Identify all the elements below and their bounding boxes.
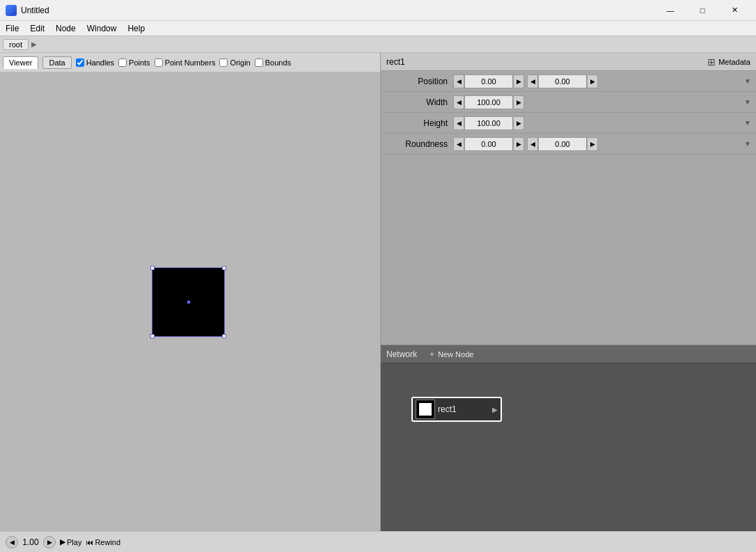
roundness-x-group: ◀ ▶ — [453, 137, 524, 151]
rect-center-dot — [187, 301, 190, 303]
width-label: Width — [384, 97, 453, 107]
position-x-inc[interactable]: ▶ — [513, 74, 524, 88]
position-y-dec[interactable]: ◀ — [527, 74, 538, 88]
menu-window[interactable]: Window — [81, 22, 123, 35]
menu-edit[interactable]: Edit — [24, 22, 50, 35]
position-x-input[interactable] — [464, 74, 513, 88]
bottombar: ◀ 1.00 ▶ ▶ Play ⏮ Rewind — [0, 531, 756, 552]
height-expand[interactable]: ▼ — [742, 118, 753, 129]
height-inc[interactable]: ▶ — [513, 116, 524, 130]
width-expand[interactable]: ▼ — [742, 97, 753, 108]
point-numbers-check[interactable]: Point Numbers — [155, 58, 216, 67]
properties-body: Position ◀ ▶ ◀ ▶ ▼ — [381, 71, 756, 345]
height-dec[interactable]: ◀ — [453, 116, 464, 130]
position-label: Position — [384, 77, 453, 86]
handles-checkbox[interactable] — [76, 58, 84, 67]
network-canvas[interactable]: rect1 ▶ — [381, 363, 756, 531]
handles-check[interactable]: Handles — [76, 58, 114, 67]
metadata-icon: ⊞ — [707, 56, 716, 68]
maximize-button[interactable]: □ — [686, 0, 718, 21]
menu-help[interactable]: Help — [122, 22, 150, 35]
position-expand[interactable]: ▼ — [742, 76, 753, 87]
window-controls: — □ ✕ — [654, 0, 750, 21]
bounds-check[interactable]: Bounds — [255, 58, 291, 67]
app-title: Untitled — [21, 6, 654, 15]
point-numbers-checkbox[interactable] — [155, 58, 163, 67]
width-input[interactable] — [464, 95, 513, 109]
speed-inc-button[interactable]: ▶ — [43, 536, 56, 549]
rewind-button[interactable]: ⏮ Rewind — [86, 538, 120, 546]
height-fields: ◀ ▶ — [453, 116, 742, 130]
speed-dec-button[interactable]: ◀ — [6, 536, 18, 549]
properties-panel: rect1 ⊞ Metadata Position ◀ ▶ — [381, 53, 756, 345]
width-row: Width ◀ ▶ ▼ — [381, 92, 756, 113]
roundness-fields: ◀ ▶ ◀ ▶ — [453, 137, 742, 151]
width-inc[interactable]: ▶ — [513, 95, 524, 109]
menu-node[interactable]: Node — [50, 22, 81, 35]
titlebar: Untitled — □ ✕ — [0, 0, 756, 21]
roundness-x-input[interactable] — [464, 137, 513, 151]
position-x-dec[interactable]: ◀ — [453, 74, 464, 88]
minimize-button[interactable]: — — [654, 0, 686, 21]
roundness-x-inc[interactable]: ▶ — [513, 137, 524, 151]
height-group: ◀ ▶ — [453, 116, 524, 130]
network-node-label: rect1 — [438, 404, 489, 414]
speed-control: ◀ 1.00 ▶ — [6, 536, 56, 549]
position-y-group: ◀ ▶ — [527, 74, 598, 88]
app-icon — [6, 5, 17, 16]
points-check[interactable]: Points — [118, 58, 150, 67]
position-row: Position ◀ ▶ ◀ ▶ ▼ — [381, 71, 756, 92]
menubar: File Edit Node Window Help — [0, 21, 756, 36]
handle-top-left[interactable] — [150, 266, 155, 270]
metadata-section: ⊞ Metadata — [707, 56, 750, 68]
network-title: Network — [386, 349, 417, 359]
roundness-x-dec[interactable]: ◀ — [453, 137, 464, 151]
bounds-checkbox[interactable] — [255, 58, 263, 67]
position-x-group: ◀ ▶ — [453, 74, 524, 88]
play-label: Play — [67, 538, 81, 546]
width-group: ◀ ▶ — [453, 95, 524, 109]
breadcrumb-root[interactable]: root — [3, 39, 29, 50]
network-node-rect1[interactable]: rect1 ▶ — [411, 397, 502, 422]
viewer-tab[interactable]: Viewer — [3, 56, 38, 69]
close-button[interactable]: ✕ — [718, 0, 750, 21]
handle-bottom-right[interactable] — [222, 334, 226, 338]
roundness-y-inc[interactable]: ▶ — [587, 137, 598, 151]
position-y-inc[interactable]: ▶ — [587, 74, 598, 88]
network-header: Network ＋ New Node — [381, 345, 756, 363]
speed-value: 1.00 — [19, 537, 42, 547]
breadcrumb: root ▶ — [0, 36, 756, 53]
height-label: Height — [384, 118, 453, 128]
menu-file[interactable]: File — [0, 22, 24, 35]
roundness-y-dec[interactable]: ◀ — [527, 137, 538, 151]
rewind-icon: ⏮ — [86, 538, 93, 546]
handle-top-right[interactable] — [222, 266, 226, 270]
roundness-y-input[interactable] — [538, 137, 587, 151]
main-layout: Viewer Data Handles Points Point Numbers… — [0, 53, 756, 531]
metadata-label: Metadata — [718, 58, 750, 66]
plus-icon: ＋ — [428, 349, 436, 359]
node-name-label: rect1 — [386, 57, 702, 67]
width-fields: ◀ ▶ — [453, 95, 742, 109]
play-icon: ▶ — [60, 537, 65, 546]
points-checkbox[interactable] — [118, 58, 127, 67]
roundness-expand[interactable]: ▼ — [742, 139, 753, 150]
height-input[interactable] — [464, 116, 513, 130]
breadcrumb-separator: ▶ — [31, 40, 37, 48]
node-arrow-icon: ▶ — [492, 406, 498, 413]
new-node-button[interactable]: ＋ New Node — [428, 349, 473, 359]
handle-bottom-left[interactable] — [150, 334, 155, 338]
play-button[interactable]: ▶ Play — [60, 537, 81, 546]
rewind-label: Rewind — [95, 538, 120, 546]
width-dec[interactable]: ◀ — [453, 95, 464, 109]
height-row: Height ◀ ▶ ▼ — [381, 113, 756, 134]
viewer-canvas[interactable] — [0, 72, 380, 531]
roundness-y-group: ◀ ▶ — [527, 137, 598, 151]
origin-checkbox[interactable] — [219, 58, 228, 67]
origin-check[interactable]: Origin — [219, 58, 250, 67]
node-thumb-inner — [419, 403, 432, 416]
position-y-input[interactable] — [538, 74, 587, 88]
node-thumbnail — [416, 400, 435, 419]
data-tab[interactable]: Data — [42, 56, 71, 69]
rect-shape[interactable] — [152, 267, 225, 337]
